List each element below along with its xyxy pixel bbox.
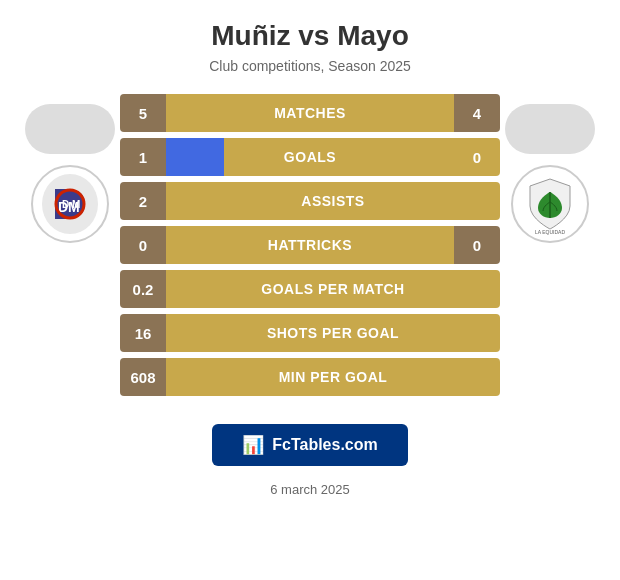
spg-bar: Shots per goal xyxy=(166,314,500,352)
equidad-club-badge: LA EQUIDAD xyxy=(510,164,590,244)
svg-text:D M: D M xyxy=(62,199,80,210)
gpm-bar: Goals per match xyxy=(166,270,500,308)
dm-club-badge: DM D M xyxy=(30,164,110,244)
fctables-icon: 📊 xyxy=(242,434,264,456)
mpg-label: Min per goal xyxy=(279,369,388,385)
assists-bar: Assists xyxy=(166,182,500,220)
mpg-left-value: 608 xyxy=(120,358,166,396)
goals-right-value: 0 xyxy=(454,138,500,176)
goals-label: Goals xyxy=(284,149,336,165)
fctables-banner[interactable]: 📊 FcTables.com xyxy=(212,424,408,466)
assists-left-value: 2 xyxy=(120,182,166,220)
right-logo-bg xyxy=(505,104,595,154)
goals-bar: Goals xyxy=(166,138,454,176)
fctables-text: FcTables.com xyxy=(272,436,378,454)
hattricks-row: 0 Hattricks 0 xyxy=(120,226,500,264)
hattricks-label: Hattricks xyxy=(268,237,352,253)
gpm-left-value: 0.2 xyxy=(120,270,166,308)
spg-label: Shots per goal xyxy=(267,325,399,341)
assists-row: 2 Assists xyxy=(120,182,500,220)
main-content: DM D M 5 Matches 4 1 Goals xyxy=(10,94,610,497)
page-container: Muñiz vs Mayo Club competitions, Season … xyxy=(0,0,620,580)
left-logo-bg xyxy=(25,104,115,154)
left-team-logo: DM D M xyxy=(20,94,120,244)
mpg-row: 608 Min per goal xyxy=(120,358,500,396)
gpm-row: 0.2 Goals per match xyxy=(120,270,500,308)
matches-row: 5 Matches 4 xyxy=(120,94,500,132)
goals-left-value: 1 xyxy=(120,138,166,176)
svg-text:LA EQUIDAD: LA EQUIDAD xyxy=(535,229,565,235)
spg-row: 16 Shots per goal xyxy=(120,314,500,352)
page-title: Muñiz vs Mayo xyxy=(211,20,409,52)
goals-row: 1 Goals 0 xyxy=(120,138,500,176)
right-team-logo: LA EQUIDAD xyxy=(500,94,600,244)
assists-label: Assists xyxy=(301,193,364,209)
match-date: 6 march 2025 xyxy=(120,482,500,497)
matches-right-value: 4 xyxy=(454,94,500,132)
hattricks-left-value: 0 xyxy=(120,226,166,264)
goals-fill-bar xyxy=(166,138,224,176)
hattricks-right-value: 0 xyxy=(454,226,500,264)
stats-section: 5 Matches 4 1 Goals 0 2 Assists xyxy=(120,94,500,497)
matches-label: Matches xyxy=(274,105,346,121)
page-subtitle: Club competitions, Season 2025 xyxy=(209,58,411,74)
matches-left-value: 5 xyxy=(120,94,166,132)
spg-left-value: 16 xyxy=(120,314,166,352)
mpg-bar: Min per goal xyxy=(166,358,500,396)
hattricks-bar: Hattricks xyxy=(166,226,454,264)
matches-bar: Matches xyxy=(166,94,454,132)
gpm-label: Goals per match xyxy=(261,281,404,297)
